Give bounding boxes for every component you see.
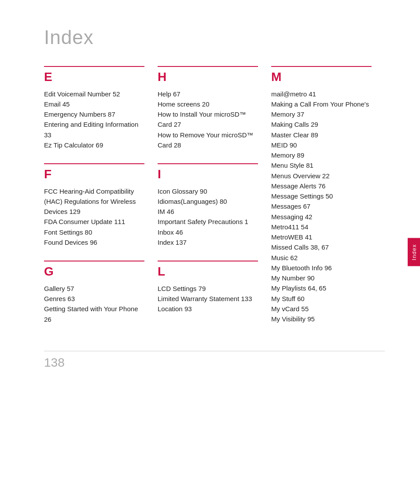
sidebar-tab-label: Index <box>411 244 417 260</box>
list-item: MetroWEB 41 <box>271 232 372 242</box>
list-item: Messages 67 <box>271 201 372 211</box>
list-item: Ez Tip Calculator 69 <box>44 140 144 150</box>
section-I: IIcon Glossary 90Idiomas(Languages) 80IM… <box>158 163 258 247</box>
list-item: Gallery 57 <box>44 283 144 294</box>
list-item: FDA Consumer Update 111 <box>44 217 144 227</box>
list-item: Menu Style 81 <box>271 160 372 170</box>
section-entries-F: FCC Hearing-Aid Compatibility (HAC) Regu… <box>44 186 144 248</box>
page-container: Index EEdit Voicemail Number 52Email 45E… <box>0 0 420 396</box>
list-item: Memory 89 <box>271 150 372 160</box>
list-item: Making a Call From Your Phone's Memory 3… <box>271 99 372 120</box>
list-item: Home screens 20 <box>158 99 258 109</box>
list-item: LCD Settings 79 <box>158 283 258 294</box>
sidebar-tab: Index <box>408 238 420 266</box>
list-item: MEID 90 <box>271 140 372 150</box>
list-item: Limited Warranty Statement 133 <box>158 294 258 304</box>
list-item: Messaging 42 <box>271 212 372 222</box>
column-2: HHelp 67Home screens 20How to Install Yo… <box>158 66 271 338</box>
section-entries-I: Icon Glossary 90Idiomas(Languages) 80IM … <box>158 186 258 248</box>
section-header-F: F <box>44 163 144 182</box>
section-letter-I: I <box>158 167 161 181</box>
section-header-G: G <box>44 261 144 279</box>
section-header-I: I <box>158 163 258 182</box>
list-item: Getting Started with Your Phone 26 <box>44 304 144 324</box>
list-item: Idiomas(Languages) 80 <box>158 196 258 206</box>
section-entries-L: LCD Settings 79Limited Warranty Statemen… <box>158 283 258 314</box>
section-entries-H: Help 67Home screens 20How to Install You… <box>158 89 258 151</box>
list-item: My Visibility 95 <box>271 314 372 324</box>
list-item: Important Safety Precautions 1 <box>158 217 258 227</box>
section-entries-G: Gallery 57Genres 63Getting Started with … <box>44 283 144 324</box>
list-item: How to Remove Your microSD™ Card 28 <box>158 130 258 151</box>
list-item: Edit Voicemail Number 52 <box>44 89 144 99</box>
list-item: Inbox 46 <box>158 227 258 237</box>
list-item: Message Alerts 76 <box>271 181 372 191</box>
section-letter-F: F <box>44 167 52 181</box>
list-item: Location 93 <box>158 304 258 314</box>
list-item: Master Clear 89 <box>271 130 372 140</box>
list-item: My Bluetooth Info 96 <box>271 263 372 273</box>
list-item: My Stuff 60 <box>271 294 372 304</box>
list-item: IM 46 <box>158 206 258 217</box>
list-item: Found Devices 96 <box>44 237 144 247</box>
section-E: EEdit Voicemail Number 52Email 45Emergen… <box>44 66 144 150</box>
column-3: Mmail@metro 41Making a Call From Your Ph… <box>271 66 385 338</box>
list-item: Message Settings 50 <box>271 191 372 201</box>
page-number: 138 <box>44 351 385 370</box>
section-letter-L: L <box>158 265 165 278</box>
list-item: FCC Hearing-Aid Compatibility (HAC) Regu… <box>44 186 144 217</box>
list-item: My Playlists 64, 65 <box>271 283 372 293</box>
list-item: Menus Overview 22 <box>271 171 372 181</box>
section-F: FFCC Hearing-Aid Compatibility (HAC) Reg… <box>44 163 144 247</box>
list-item: Icon Glossary 90 <box>158 186 258 196</box>
section-M: Mmail@metro 41Making a Call From Your Ph… <box>271 66 372 324</box>
section-header-M: M <box>271 66 372 85</box>
column-1: EEdit Voicemail Number 52Email 45Emergen… <box>44 66 158 338</box>
list-item: Help 67 <box>158 89 258 99</box>
list-item: My Number 90 <box>271 273 372 283</box>
list-item: Index 137 <box>158 237 258 247</box>
page-title: Index <box>44 26 385 48</box>
list-item: Missed Calls 38, 67 <box>271 242 372 252</box>
list-item: How to Install Your microSD™ Card 27 <box>158 109 258 130</box>
section-L: LLCD Settings 79Limited Warranty Stateme… <box>158 261 258 314</box>
section-letter-G: G <box>44 265 54 278</box>
section-header-H: H <box>158 66 258 85</box>
list-item: Making Calls 29 <box>271 119 372 129</box>
section-entries-M: mail@metro 41Making a Call From Your Pho… <box>271 89 372 324</box>
list-item: Metro411 54 <box>271 222 372 232</box>
list-item: Music 62 <box>271 253 372 263</box>
list-item: Entering and Editing Information 33 <box>44 119 144 140</box>
list-item: Emergency Numbers 87 <box>44 109 144 119</box>
section-letter-H: H <box>158 70 166 84</box>
list-item: mail@metro 41 <box>271 89 372 99</box>
section-letter-M: M <box>271 70 281 84</box>
list-item: My vCard 55 <box>271 304 372 314</box>
section-entries-E: Edit Voicemail Number 52Email 45Emergenc… <box>44 89 144 151</box>
section-header-L: L <box>158 261 258 279</box>
list-item: Genres 63 <box>44 294 144 304</box>
columns-wrapper: EEdit Voicemail Number 52Email 45Emergen… <box>44 66 385 338</box>
section-letter-E: E <box>44 70 52 84</box>
section-H: HHelp 67Home screens 20How to Install Yo… <box>158 66 258 150</box>
list-item: Font Settings 80 <box>44 227 144 237</box>
list-item: Email 45 <box>44 99 144 109</box>
section-G: GGallery 57Genres 63Getting Started with… <box>44 261 144 324</box>
section-header-E: E <box>44 66 144 85</box>
